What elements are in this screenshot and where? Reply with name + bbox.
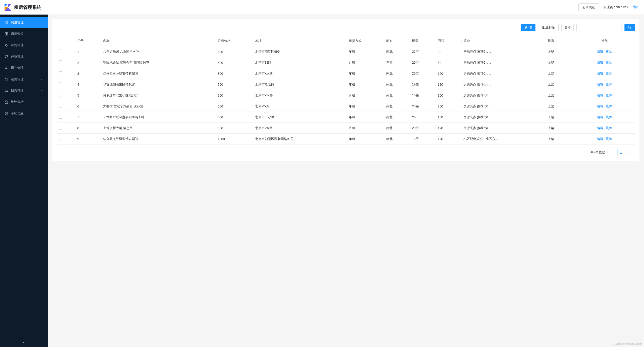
cell-floor: 18层 bbox=[410, 134, 436, 145]
delete-link[interactable]: 删除 bbox=[606, 72, 612, 75]
row-checkbox[interactable] bbox=[58, 126, 62, 130]
row-checkbox[interactable] bbox=[58, 93, 62, 97]
cell-addr: 北京市88路 bbox=[254, 57, 347, 68]
search-input[interactable] bbox=[576, 24, 622, 31]
cell-ops: 编辑删除 bbox=[574, 134, 635, 145]
chevron-down-icon bbox=[40, 78, 43, 81]
row-checkbox[interactable] bbox=[58, 82, 62, 86]
col-name: 名称 bbox=[101, 36, 216, 46]
sidebar-item-3[interactable]: 评论管理 bbox=[0, 51, 48, 62]
cell-addr: 北京市xxx路 bbox=[254, 123, 347, 134]
cell-name: 艺术区附近金盏嘉园两居主卧 bbox=[101, 112, 216, 123]
delete-link[interactable]: 删除 bbox=[606, 104, 612, 108]
delete-link[interactable]: 删除 bbox=[606, 83, 612, 86]
cell-intro: 房源亮点 推荐6大... bbox=[462, 112, 546, 123]
row-checkbox[interactable] bbox=[58, 71, 62, 75]
cell-no: 7 bbox=[76, 112, 101, 123]
tag-icon bbox=[4, 43, 8, 47]
new-button[interactable]: 新 增 bbox=[521, 24, 536, 31]
cell-intro: 房源亮点 推荐6大... bbox=[462, 57, 546, 68]
cell-status: 上架 bbox=[546, 68, 574, 79]
user-label: 管理员[admin123] bbox=[603, 5, 628, 9]
cell-no: 3 bbox=[76, 68, 101, 79]
delete-link[interactable]: 删除 bbox=[606, 61, 612, 64]
cell-area: 100 bbox=[436, 90, 462, 101]
preview-button[interactable]: 前台预览 bbox=[578, 4, 599, 11]
sidebar-item-0[interactable]: 房屋管理 bbox=[0, 17, 48, 28]
col-status: 状态 bbox=[546, 36, 574, 46]
cell-name: 八角游乐园 八角南里次卧 bbox=[101, 46, 216, 57]
toolbar: 新 增 批量删除 名称 bbox=[57, 24, 635, 31]
cell-ops: 编辑删除 bbox=[574, 79, 635, 90]
delete-link[interactable]: 删除 bbox=[606, 137, 612, 141]
list-icon bbox=[4, 21, 8, 24]
cell-rent: 年租 bbox=[347, 112, 384, 123]
sidebar-item-2[interactable]: 设施管理 bbox=[0, 40, 48, 51]
svg-point-10 bbox=[6, 44, 6, 45]
col-rent: 租赁方式 bbox=[347, 36, 384, 46]
edit-link[interactable]: 编辑 bbox=[597, 126, 603, 130]
edit-link[interactable]: 编辑 bbox=[597, 93, 603, 97]
sidebar-item-label: 日志管理 bbox=[11, 89, 24, 93]
cell-price: 800 bbox=[216, 57, 254, 68]
delete-link[interactable]: 删除 bbox=[606, 126, 612, 130]
cell-dir: 东西 bbox=[384, 57, 410, 68]
page-number-1[interactable]: 1 bbox=[617, 149, 625, 156]
page-prev-button[interactable] bbox=[607, 149, 615, 156]
row-checkbox[interactable] bbox=[58, 50, 62, 53]
col-intro: 简介 bbox=[462, 36, 546, 46]
sidebar-item-8[interactable]: 系统信息 bbox=[0, 108, 48, 119]
pagination: 共9条数据 1 bbox=[57, 149, 635, 156]
cell-no: 9 bbox=[76, 134, 101, 145]
cell-addr: 北京市xxx路 bbox=[254, 68, 347, 79]
row-checkbox[interactable] bbox=[58, 137, 62, 140]
cell-intro: 房源亮点 推荐6大... bbox=[462, 68, 546, 79]
edit-link[interactable]: 编辑 bbox=[597, 61, 603, 64]
cell-dir: 南北 bbox=[384, 123, 410, 134]
row-checkbox[interactable] bbox=[58, 61, 62, 64]
sidebar: 房屋管理房屋分类设施管理评论管理用户管理运营管理日志管理统计分析系统信息 bbox=[0, 15, 48, 347]
sidebar-item-6[interactable]: 日志管理 bbox=[0, 85, 48, 96]
select-all-checkbox[interactable] bbox=[58, 39, 62, 42]
cell-floor: 20 bbox=[410, 112, 436, 123]
cell-rent: 年租 bbox=[347, 46, 384, 57]
sidebar-item-1[interactable]: 房屋分类 bbox=[0, 28, 48, 40]
header-right: 前台预览 管理员[admin123] 退出 bbox=[578, 4, 640, 11]
sidebar-item-5[interactable]: 运营管理 bbox=[0, 74, 48, 85]
edit-link[interactable]: 编辑 bbox=[597, 137, 603, 141]
batch-delete-button[interactable]: 批量删除 bbox=[538, 24, 558, 31]
cell-addr: 北京xxx路 bbox=[254, 101, 347, 112]
search-button[interactable] bbox=[624, 24, 635, 31]
row-checkbox[interactable] bbox=[58, 115, 62, 119]
table-row: 8上地创新大厦 信息路900北京市xxx路月租南北20层120房源亮点 推荐6大… bbox=[57, 123, 635, 134]
svg-rect-6 bbox=[5, 33, 6, 34]
row-checkbox[interactable] bbox=[58, 104, 62, 108]
table-row: 3佳兴园次卧飘窗带衣帽间800北京市xxx路年租南北20层120房源亮点 推荐6… bbox=[57, 68, 635, 79]
edit-link[interactable]: 编辑 bbox=[597, 115, 603, 119]
sidebar-item-7[interactable]: 统计分析 bbox=[0, 96, 48, 108]
sidebar-item-label: 评论管理 bbox=[11, 55, 24, 59]
sidebar-item-4[interactable]: 用户管理 bbox=[0, 62, 48, 74]
chevron-left-icon bbox=[22, 341, 26, 344]
delete-link[interactable]: 删除 bbox=[606, 50, 612, 53]
edit-link[interactable]: 编辑 bbox=[597, 104, 603, 108]
data-table: 序号 名称 月租价格 地址 租赁方式 朝向 楼层 面积 简介 状态 操作 1八角… bbox=[57, 36, 635, 145]
delete-link[interactable]: 删除 bbox=[606, 93, 612, 97]
edit-link[interactable]: 编辑 bbox=[597, 72, 603, 75]
logout-link[interactable]: 退出 bbox=[633, 5, 640, 9]
delete-link[interactable]: 删除 bbox=[606, 115, 612, 119]
app-title: 租房管理系统 bbox=[14, 4, 41, 11]
col-dir: 朝向 bbox=[384, 36, 410, 46]
page-next-button[interactable] bbox=[627, 149, 635, 156]
cell-dir: 南北 bbox=[384, 101, 410, 112]
sidebar-item-label: 用户管理 bbox=[11, 66, 24, 70]
cell-rent: 年租 bbox=[347, 134, 384, 145]
cell-dir: 南北 bbox=[384, 134, 410, 145]
edit-link[interactable]: 编辑 bbox=[597, 50, 603, 53]
cell-area: 100 bbox=[436, 112, 462, 123]
sidebar-collapse[interactable] bbox=[0, 338, 48, 347]
edit-link[interactable]: 编辑 bbox=[597, 83, 603, 86]
cell-addr: 北京市哈哈路 bbox=[254, 79, 347, 90]
cell-ops: 编辑删除 bbox=[574, 90, 635, 101]
cell-dir: 南北 bbox=[384, 68, 410, 79]
